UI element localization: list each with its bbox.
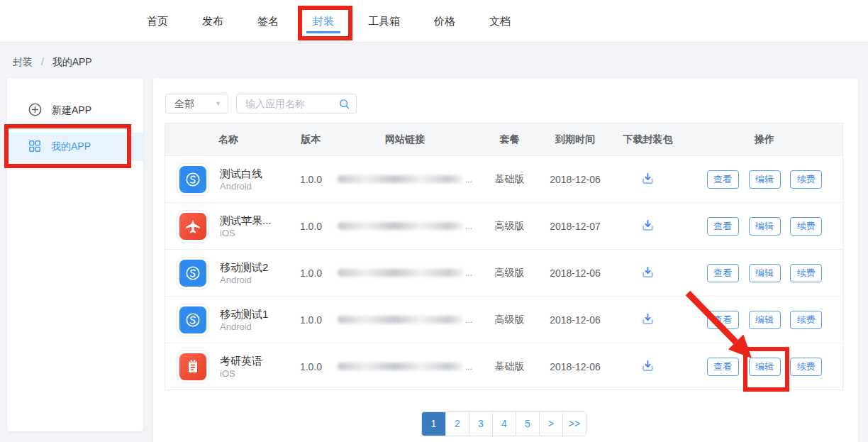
expire-date: 2018-12-07 — [540, 221, 611, 232]
redacted-link — [338, 175, 464, 183]
website-link-cell: ... — [330, 221, 479, 231]
website-link-cell: ... — [330, 175, 479, 184]
app-platform: iOS — [220, 368, 262, 380]
view-button[interactable]: 查看 — [707, 358, 739, 376]
app-name: 移动测试1 — [220, 307, 268, 321]
app-name-cell: 考研英语 iOS — [165, 350, 291, 383]
s-logo-icon — [183, 310, 203, 330]
app-version: 1.0.0 — [291, 221, 330, 232]
link-ellipsis: ... — [465, 315, 472, 325]
s-logo-icon — [183, 263, 203, 283]
nav-item-toolbox[interactable]: 工具箱 — [368, 0, 400, 43]
renew-button[interactable]: 续费 — [790, 217, 822, 236]
download-package-icon[interactable] — [640, 171, 655, 186]
col-header-download: 下载封装包 — [611, 133, 685, 146]
website-link-cell: ... — [330, 268, 479, 278]
renew-button[interactable]: 续费 — [790, 170, 822, 189]
link-ellipsis: ... — [465, 268, 472, 278]
page-button-3[interactable]: 3 — [469, 412, 492, 436]
sidebar-item-label: 新建APP — [52, 104, 91, 117]
notepad-icon — [182, 356, 204, 377]
notepad-icon — [177, 350, 209, 383]
view-button[interactable]: 查看 — [707, 264, 739, 282]
table-row: 移动测试1 Android 1.0.0 ... 高级版 2018-12-06 查… — [165, 296, 842, 343]
category-select[interactable]: 全部 ▼ — [165, 94, 228, 114]
s-logo-icon — [177, 163, 209, 196]
renew-button[interactable]: 续费 — [790, 358, 822, 376]
app-platform: Android — [220, 321, 268, 333]
download-package-icon[interactable] — [640, 358, 655, 373]
redacted-link — [338, 363, 464, 370]
next-page-button[interactable]: > — [539, 412, 562, 436]
table-row: 考研英语 iOS 1.0.0 ... 基础版 2018-12-06 查看 编辑 … — [165, 343, 842, 389]
nav-item-publish[interactable]: 发布 — [202, 0, 223, 43]
expire-date: 2018-12-06 — [540, 314, 611, 326]
breadcrumb: 封装 / 我的APP — [13, 56, 92, 69]
edit-button[interactable]: 编辑 — [749, 358, 781, 376]
search-icon[interactable] — [338, 98, 350, 113]
page-button-5[interactable]: 5 — [516, 412, 539, 436]
plan-badge: 基础版 — [479, 360, 540, 373]
plane-icon — [177, 210, 209, 243]
nav-item-packaging[interactable]: 封装 — [313, 0, 334, 43]
view-button[interactable]: 查看 — [707, 217, 739, 236]
download-package-icon[interactable] — [640, 218, 655, 233]
expire-date: 2018-12-06 — [540, 361, 611, 372]
app-packaging-page: 首页 发布 签名 封装 工具箱 价格 文档 封装 / 我的APP 新建APP — [0, 0, 868, 442]
jump-next-button[interactable]: >> — [562, 412, 586, 436]
download-package-icon[interactable] — [640, 311, 655, 326]
page-button-2[interactable]: 2 — [445, 412, 469, 436]
redacted-link — [338, 222, 464, 230]
table-row: 测试苹果... iOS 1.0.0 ... 高级版 2018-12-07 查看 … — [165, 202, 842, 249]
plan-badge: 高级版 — [479, 220, 540, 233]
main-nav: 首页 发布 签名 封装 工具箱 价格 文档 — [0, 0, 868, 43]
app-name: 测试白线 — [220, 167, 262, 180]
app-version: 1.0.0 — [291, 267, 330, 279]
edit-button[interactable]: 编辑 — [749, 311, 781, 329]
link-ellipsis: ... — [465, 362, 472, 372]
pagination: 1 2 3 4 5 > >> — [165, 411, 843, 436]
view-button[interactable]: 查看 — [707, 311, 739, 329]
edit-button[interactable]: 编辑 — [749, 264, 781, 282]
app-platform: iOS — [220, 227, 272, 239]
redacted-link — [338, 316, 464, 324]
plan-badge: 高级版 — [479, 267, 540, 280]
expire-date: 2018-12-06 — [540, 267, 611, 279]
s-logo-icon — [177, 257, 209, 289]
app-platform: Android — [220, 274, 268, 286]
s-logo-icon — [177, 304, 209, 336]
plan-badge: 基础版 — [479, 173, 540, 186]
sidebar-item-my-app[interactable]: 我的APP — [7, 133, 143, 161]
edit-button[interactable]: 编辑 — [749, 170, 781, 189]
col-header-name: 名称 — [165, 133, 291, 146]
category-select-value: 全部 — [174, 98, 194, 109]
link-ellipsis: ... — [465, 221, 472, 231]
app-name-cell: 测试白线 Android — [165, 163, 291, 196]
plane-icon — [182, 216, 204, 237]
plan-badge: 高级版 — [479, 314, 540, 326]
search-input[interactable] — [237, 94, 330, 113]
page-button-4[interactable]: 4 — [492, 412, 516, 436]
app-name-cell: 移动测试2 Android — [165, 257, 291, 289]
renew-button[interactable]: 续费 — [790, 264, 822, 282]
sidebar-item-new-app[interactable]: 新建APP — [7, 96, 143, 125]
app-name-cell: 测试苹果... iOS — [165, 210, 291, 243]
download-package-icon[interactable] — [640, 265, 655, 280]
website-link-cell: ... — [330, 362, 479, 372]
nav-item-docs[interactable]: 文档 — [489, 0, 511, 43]
col-header-actions: 操作 — [685, 133, 844, 146]
plus-circle-icon — [28, 103, 42, 118]
edit-button[interactable]: 编辑 — [749, 217, 781, 236]
app-version: 1.0.0 — [291, 314, 330, 326]
breadcrumb-packaging[interactable]: 封装 — [13, 56, 33, 67]
nav-item-home[interactable]: 首页 — [147, 0, 168, 43]
nav-item-signature[interactable]: 签名 — [257, 0, 279, 43]
view-button[interactable]: 查看 — [707, 170, 739, 189]
app-name: 测试苹果... — [220, 214, 272, 227]
page-button-1[interactable]: 1 — [422, 412, 445, 436]
breadcrumb-separator: / — [41, 56, 44, 67]
table-header-row: 名称 版本 网站链接 套餐 到期时间 下载封装包 操作 — [165, 123, 842, 155]
s-logo-icon — [183, 170, 203, 189]
nav-item-pricing[interactable]: 价格 — [434, 0, 455, 43]
renew-button[interactable]: 续费 — [790, 311, 822, 329]
